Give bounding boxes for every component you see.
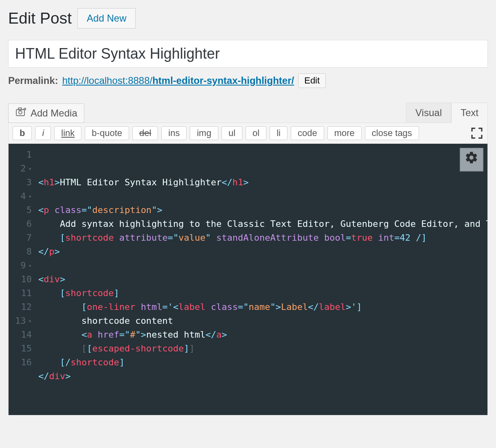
toolbar-more-button[interactable]: more [327, 126, 362, 140]
editor-settings-button[interactable] [460, 148, 483, 171]
tab-text[interactable]: Text [451, 103, 488, 123]
permalink-base: http://localhost:8888/ [62, 75, 152, 86]
svg-point-1 [19, 111, 22, 114]
toolbar-ul-button[interactable]: ul [222, 126, 242, 140]
line-number: 8 [15, 245, 32, 259]
line-number: 12 [15, 300, 32, 314]
toolbar-del-button[interactable]: del [132, 126, 158, 140]
post-title-input[interactable] [8, 40, 488, 68]
line-number: 15 [15, 342, 32, 356]
gear-icon [465, 151, 478, 169]
toolbar-italic-button[interactable]: i [35, 126, 51, 140]
toolbar-code-button[interactable]: code [291, 126, 324, 140]
code-content[interactable]: <h1>HTML Editor Syntax Highlighter</h1><… [36, 144, 487, 415]
line-number: 11 [15, 286, 32, 300]
toolbar-buttons: b i link b-quote del ins img ul ol li co… [13, 126, 419, 140]
media-tabs-row: Add Media Visual Text [8, 103, 488, 123]
toolbar-bold-button[interactable]: b [13, 126, 32, 140]
add-media-label: Add Media [31, 108, 77, 119]
toolbar-ol-button[interactable]: ol [246, 126, 266, 140]
line-number-gutter: 1 2 3 4 5 6 7 8 9 10 11 12 13 14 15 16 [9, 144, 36, 415]
camera-icon [15, 107, 26, 119]
toolbar-ins-button[interactable]: ins [161, 126, 187, 140]
permalink-label: Permalink: [8, 75, 58, 86]
line-number: 4 [15, 189, 32, 203]
fullscreen-icon[interactable] [470, 127, 483, 140]
toolbar-close-tags-button[interactable]: close tags [365, 126, 419, 140]
edit-permalink-button[interactable]: Edit [298, 73, 326, 88]
line-number: 5 [15, 203, 32, 217]
line-number: 1 [15, 148, 32, 162]
line-number: 3 [15, 176, 32, 189]
line-number: 9 [15, 259, 32, 272]
line-number: 6 [15, 217, 32, 231]
toolbar-img-button[interactable]: img [190, 126, 218, 140]
tab-visual[interactable]: Visual [406, 103, 451, 123]
toolbar-bquote-button[interactable]: b-quote [85, 126, 129, 140]
line-number: 2 [15, 162, 32, 176]
line-number: 14 [15, 328, 32, 342]
page-title: Edit Post [8, 9, 72, 27]
add-media-button[interactable]: Add Media [8, 103, 84, 123]
line-number: 7 [15, 231, 32, 245]
line-number: 10 [15, 272, 32, 286]
editor-tabs: Visual Text [406, 103, 488, 123]
permalink-row: Permalink: http://localhost:8888/html-ed… [8, 73, 488, 88]
line-number: 16 [15, 356, 32, 369]
toolbar-link-button[interactable]: link [54, 126, 81, 140]
text-editor-toolbar: b i link b-quote del ins img ul ol li co… [8, 123, 488, 144]
add-new-button[interactable]: Add New [77, 8, 136, 29]
permalink-slug: html-editor-syntax-highlighter/ [152, 75, 294, 86]
line-number: 13 [15, 314, 32, 328]
toolbar-li-button[interactable]: li [270, 126, 288, 140]
page-header: Edit Post Add New [8, 8, 488, 29]
code-editor[interactable]: 1 2 3 4 5 6 7 8 9 10 11 12 13 14 15 16 <… [8, 144, 488, 415]
permalink-link[interactable]: http://localhost:8888/html-editor-syntax… [62, 75, 294, 86]
svg-point-3 [24, 108, 26, 110]
svg-rect-2 [18, 108, 22, 110]
